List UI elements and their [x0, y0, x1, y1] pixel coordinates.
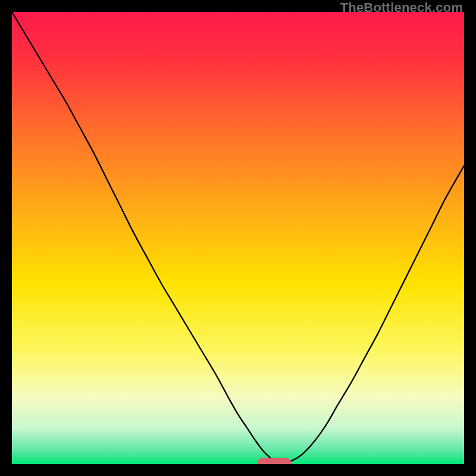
chart-plot-area — [12, 12, 464, 464]
chart-svg — [12, 12, 464, 464]
optimal-zone-marker — [257, 458, 291, 464]
chart-frame: TheBottleneck.com — [0, 0, 476, 476]
gradient-background — [12, 12, 464, 464]
